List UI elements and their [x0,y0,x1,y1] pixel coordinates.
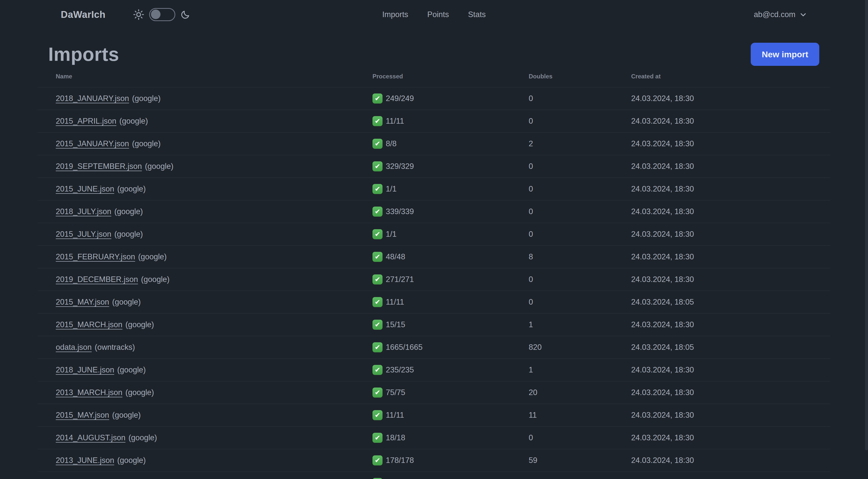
import-source: (google) [112,411,141,420]
import-file-link[interactable]: 2015_JANUARY.json [56,139,129,148]
theme-toggle-group [133,8,190,21]
import-source: (google) [125,320,154,329]
import-file-link[interactable]: 2015_MARCH.json [56,320,122,329]
check-icon: ✔ [372,229,382,239]
processed-count: 48/48 [386,252,405,261]
doubles-count: 0 [529,184,631,193]
import-file-link[interactable]: 2015_JULY.json [56,230,111,239]
processed-count: 11/11 [386,411,404,420]
import-file-link[interactable]: 2013_MARCH.json [56,388,122,397]
table-row: 2015_FEBRUARY.json(google)✔48/48824.03.2… [38,246,830,268]
import-source: (google) [128,433,157,442]
check-icon: ✔ [372,478,382,479]
import-file-link[interactable]: 2019_DECEMBER.json [56,275,138,284]
created-at: 24.03.2024, 18:30 [631,456,830,465]
doubles-count: 0 [529,117,631,126]
processed-count: 235/235 [386,365,414,375]
column-header-created-at: Created at [631,73,830,80]
table-row: 2015_MARCH.json(google)✔15/15124.03.2024… [38,313,830,336]
page-header: Imports New import [38,43,830,66]
table-row: 2014_AUGUST.json(google)✔18/18024.03.202… [38,427,830,449]
processed-count: 249/249 [386,94,414,103]
import-source: (google) [117,184,146,193]
moon-icon [180,9,190,20]
vertical-scrollbar[interactable] [865,0,868,450]
doubles-count: 0 [529,94,631,103]
doubles-count: 8 [529,252,631,261]
check-icon: ✔ [372,320,382,330]
created-at: 24.03.2024, 18:30 [631,411,830,420]
import-file-link[interactable]: 2015_MAY.json [56,298,109,307]
created-at: 24.03.2024, 18:30 [631,184,830,193]
import-source: (google) [117,365,146,375]
import-file-link[interactable]: 2015_JUNE.json [56,184,114,193]
table-row: 2018_JANUARY.json(google)✔249/249024.03.… [38,87,830,110]
check-icon: ✔ [372,252,382,262]
table-row: 2013_MARCH.json(google)✔75/752024.03.202… [38,382,830,404]
import-file-link[interactable]: 2015_MAY.json [56,411,109,420]
chevron-down-icon [799,10,807,19]
check-icon: ✔ [372,184,382,194]
theme-toggle[interactable] [149,8,175,21]
import-file-link[interactable]: 2015_FEBRUARY.json [56,252,135,261]
processed-count: 15/15 [386,320,405,329]
created-at: 24.03.2024, 18:30 [631,252,830,261]
import-file-link[interactable]: 2018_JUNE.json [56,365,114,375]
nav-link-stats[interactable]: Stats [468,10,486,19]
main-nav: Imports Points Stats [382,0,486,29]
check-icon: ✔ [372,455,382,466]
table-row: odata.json(owntracks)✔1665/166582024.03.… [38,336,830,359]
page-title: Imports [48,45,119,64]
import-source: (google) [119,117,148,126]
user-email: ab@cd.com [754,10,796,19]
table-row: 2015_MAY.json(google)✔11/111124.03.2024,… [38,404,830,427]
nav-link-imports[interactable]: Imports [382,10,408,19]
created-at: 24.03.2024, 18:30 [631,433,830,442]
import-file-link[interactable]: 2014_AUGUST.json [56,433,125,442]
import-source: (owntracks) [95,343,135,352]
import-file-link[interactable]: 2015_APRIL.json [56,117,116,126]
created-at: 24.03.2024, 18:30 [631,388,830,397]
doubles-count: 0 [529,207,631,216]
import-source: (google) [114,230,143,239]
processed-count: 75/75 [386,388,405,397]
nav-link-points[interactable]: Points [427,10,449,19]
import-source: (google) [145,162,174,171]
table-row: 2015_MAY.json(google)✔11/11024.03.2024, … [38,291,830,313]
check-icon: ✔ [372,410,382,420]
table-row: 2013_JUNE.json(google)✔178/1785924.03.20… [38,449,830,472]
check-icon: ✔ [372,433,382,443]
import-source: (google) [125,388,154,397]
doubles-count: 59 [529,456,631,465]
check-icon: ✔ [372,93,382,103]
check-icon: ✔ [372,342,382,352]
import-source: (google) [132,94,161,103]
user-menu[interactable]: ab@cd.com [754,10,807,19]
import-source: (google) [138,252,167,261]
imports-table: Name Processed Doubles Created at 2018_J… [38,66,830,479]
check-icon: ✔ [372,161,382,171]
processed-count: 11/11 [386,298,404,307]
check-icon: ✔ [372,116,382,126]
doubles-count: 20 [529,388,631,397]
created-at: 24.03.2024, 18:30 [631,207,830,216]
import-source: (google) [114,207,143,216]
doubles-count: 0 [529,433,631,442]
new-import-button[interactable]: New import [751,43,819,66]
import-file-link[interactable]: 2013_JUNE.json [56,456,114,465]
import-file-link[interactable]: 2019_SEPTEMBER.json [56,162,142,171]
processed-count: 1/1 [386,184,397,193]
import-file-link[interactable]: 2018_JULY.json [56,207,111,216]
created-at: 24.03.2024, 18:30 [631,94,830,103]
navbar: DaWarIch Imports Points Stats ab@cd.com [0,0,868,29]
import-file-link[interactable]: 2018_JANUARY.json [56,94,129,103]
doubles-count: 11 [529,411,631,420]
check-icon: ✔ [372,207,382,217]
column-header-name: Name [38,73,372,80]
import-file-link[interactable]: odata.json [56,343,92,352]
processed-count: 8/8 [386,139,397,148]
app-logo[interactable]: DaWarIch [61,9,105,20]
import-source: (google) [112,298,141,307]
doubles-count: 820 [529,343,631,352]
import-source: (google) [141,275,169,284]
